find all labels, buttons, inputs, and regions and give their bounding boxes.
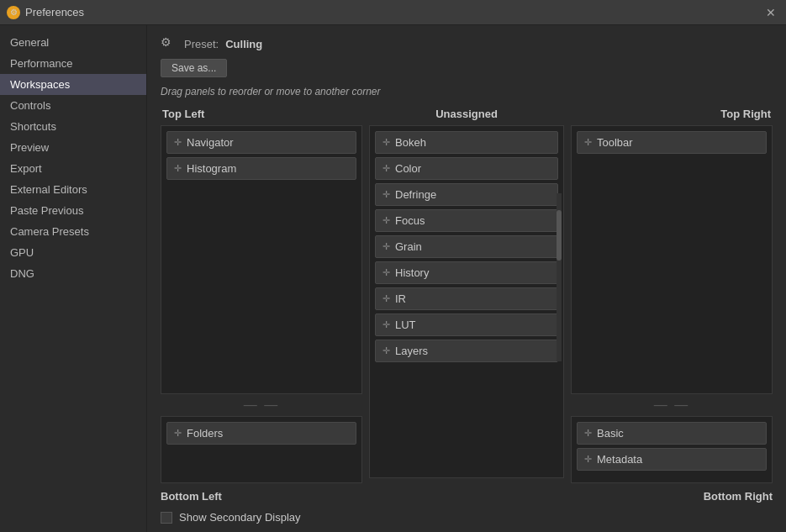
panel-label-grain: Grain xyxy=(395,240,422,253)
panel-item-grain[interactable]: ✛ Grain xyxy=(375,235,558,258)
sidebar-item-dng[interactable]: DNG xyxy=(0,263,146,284)
top-left-header: Top Left xyxy=(161,108,362,120)
panel-label-lut: LUT xyxy=(395,319,416,331)
separator-right: — — xyxy=(571,398,773,413)
move-icon: ✛ xyxy=(382,163,390,174)
close-button[interactable]: ✕ xyxy=(762,4,779,21)
move-icon: ✛ xyxy=(382,267,390,278)
scrollbar[interactable] xyxy=(557,193,562,361)
separator: — — xyxy=(161,398,362,413)
panel-item-basic[interactable]: ✛ Basic xyxy=(577,422,767,445)
sidebar-item-preview[interactable]: Preview xyxy=(0,137,146,158)
panel-item-lut[interactable]: ✛ LUT xyxy=(375,313,558,336)
top-right-box: ✛ Toolbar xyxy=(571,125,773,394)
title-bar-left: ⚙ Preferences xyxy=(7,6,84,19)
sidebar: General Performance Workspaces Controls … xyxy=(0,25,147,532)
bottom-left-label: Bottom Left xyxy=(161,490,222,503)
sidebar-item-shortcuts[interactable]: Shortcuts xyxy=(0,116,146,137)
secondary-display-row: Show Secondary Display xyxy=(161,511,773,524)
top-right-section: Top Right ✛ Toolbar — — ✛ Basic xyxy=(571,108,773,483)
drag-hint: Drag panels to reorder or move to anothe… xyxy=(161,86,773,97)
app-icon: ⚙ xyxy=(7,6,20,19)
preset-label: Preset: xyxy=(184,38,219,50)
panel-item-bokeh[interactable]: ✛ Bokeh xyxy=(375,131,558,154)
panel-item-layers[interactable]: ✛ Layers xyxy=(375,340,558,362)
panel-item-defringe[interactable]: ✛ Defringe xyxy=(375,183,558,206)
move-icon: ✛ xyxy=(584,454,592,465)
move-icon: ✛ xyxy=(584,137,592,148)
panel-item-color[interactable]: ✛ Color xyxy=(375,157,558,180)
panel-label-toolbar: Toolbar xyxy=(597,136,633,149)
secondary-display-label: Show Secondary Display xyxy=(179,511,301,524)
panel-item-history[interactable]: ✛ History xyxy=(375,261,558,284)
panel-label-history: History xyxy=(395,266,429,279)
main-area: ⚙ Preset: Culling Save as... Drag panels… xyxy=(147,25,786,532)
move-icon: ✛ xyxy=(382,137,390,148)
sidebar-item-gpu[interactable]: GPU xyxy=(0,242,146,263)
secondary-display-checkbox[interactable] xyxy=(161,512,172,524)
preset-row: ⚙ Preset: Culling xyxy=(161,35,773,52)
move-icon: ✛ xyxy=(584,428,592,439)
bottom-left-box: ✛ Folders xyxy=(161,416,362,483)
sidebar-item-camera-presets[interactable]: Camera Presets xyxy=(0,221,146,242)
move-icon: ✛ xyxy=(382,215,390,226)
top-left-box: ✛ Navigator ✛ Histogram xyxy=(161,125,362,394)
panel-item-metadata[interactable]: ✛ Metadata xyxy=(577,448,767,471)
move-icon: ✛ xyxy=(382,293,390,304)
move-icon: ✛ xyxy=(174,163,182,174)
panel-label-basic: Basic xyxy=(597,427,624,440)
sidebar-item-performance[interactable]: Performance xyxy=(0,53,146,74)
panel-label-ir: IR xyxy=(395,292,406,305)
move-icon: ✛ xyxy=(174,137,182,148)
top-left-section: Top Left ✛ Navigator ✛ Histogram — — xyxy=(161,108,362,483)
sidebar-item-export[interactable]: Export xyxy=(0,158,146,179)
content-area: General Performance Workspaces Controls … xyxy=(0,25,786,532)
sidebar-item-general[interactable]: General xyxy=(0,32,146,53)
unassigned-section: Unassigned ✛ Bokeh ✛ Color ✛ Defringe xyxy=(369,108,564,483)
move-icon: ✛ xyxy=(382,241,390,252)
bottom-right-label: Bottom Right xyxy=(704,490,773,503)
sidebar-item-workspaces[interactable]: Workspaces xyxy=(0,74,146,95)
move-icon: ✛ xyxy=(174,428,182,439)
panel-item-focus[interactable]: ✛ Focus xyxy=(375,209,558,232)
top-right-header: Top Right xyxy=(571,108,773,120)
gear-icon: ⚙ xyxy=(161,35,177,52)
preferences-window: ⚙ Preferences ✕ General Performance Work… xyxy=(0,0,786,532)
panel-label-defringe: Defringe xyxy=(395,188,436,201)
panel-label-histogram: Histogram xyxy=(187,162,236,175)
panel-item-ir[interactable]: ✛ IR xyxy=(375,287,558,310)
move-icon: ✛ xyxy=(382,345,390,356)
move-icon: ✛ xyxy=(382,189,390,200)
bottom-right-box: ✛ Basic ✛ Metadata xyxy=(571,416,773,483)
panel-label-color: Color xyxy=(395,162,421,175)
scrollbar-thumb[interactable] xyxy=(557,210,562,261)
sidebar-item-external-editors[interactable]: External Editors xyxy=(0,179,146,200)
sidebar-item-controls[interactable]: Controls xyxy=(0,95,146,116)
sidebar-item-paste-previous[interactable]: Paste Previous xyxy=(0,200,146,221)
panel-item-toolbar[interactable]: ✛ Toolbar xyxy=(577,131,767,154)
title-bar: ⚙ Preferences ✕ xyxy=(0,0,786,25)
bottom-labels-row: Bottom Left Bottom Right xyxy=(161,490,773,503)
panel-label-bokeh: Bokeh xyxy=(395,136,426,149)
preset-value: Culling xyxy=(225,38,262,50)
unassigned-box: ✛ Bokeh ✛ Color ✛ Defringe ✛ xyxy=(369,125,564,478)
window-title: Preferences xyxy=(25,6,84,18)
panel-item-navigator[interactable]: ✛ Navigator xyxy=(166,131,356,154)
panel-label-metadata: Metadata xyxy=(597,453,642,466)
save-as-button[interactable]: Save as... xyxy=(161,59,227,77)
panel-label-navigator: Navigator xyxy=(187,136,234,149)
panels-grid: Top Left ✛ Navigator ✛ Histogram — — xyxy=(161,108,773,483)
unassigned-header: Unassigned xyxy=(369,108,564,120)
panel-label-focus: Focus xyxy=(395,214,425,227)
panel-label-folders: Folders xyxy=(187,427,223,440)
panel-label-layers: Layers xyxy=(395,345,428,357)
move-icon: ✛ xyxy=(382,319,390,330)
panel-item-histogram[interactable]: ✛ Histogram xyxy=(166,157,356,180)
panel-item-folders[interactable]: ✛ Folders xyxy=(166,422,356,445)
